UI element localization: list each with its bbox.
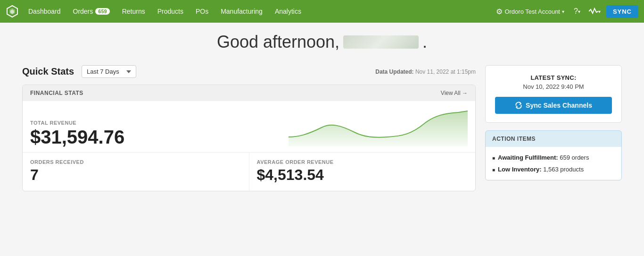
orders-received-value: 7	[30, 167, 241, 183]
revenue-section: TOTAL REVENUE $31,594.76	[23, 101, 475, 153]
main-content: Good afternoon, . Quick Stats Last 7 Day…	[11, 23, 633, 201]
latest-sync-label: LATEST SYNC:	[495, 74, 612, 81]
orders-badge: 659	[95, 8, 109, 15]
help-button[interactable]: ?▾	[571, 5, 583, 17]
sync-card: LATEST SYNC: Nov 10, 2022 9:40 PM Sync S…	[485, 65, 622, 123]
navbar: Dashboard Orders 659 Returns Products PO…	[0, 0, 644, 23]
nav-item-orders[interactable]: Orders 659	[67, 5, 116, 18]
sync-button[interactable]: SYNC	[606, 5, 638, 18]
main-panel: Quick Stats Last 7 Days Last 30 Days Las…	[22, 65, 476, 191]
date-range-select[interactable]: Last 7 Days Last 30 Days Last 90 Days	[82, 65, 136, 78]
nav-item-products[interactable]: Products	[152, 5, 189, 18]
nav-item-manufacturing[interactable]: Manufacturing	[215, 5, 268, 18]
revenue-chart	[289, 109, 468, 146]
quick-stats-header: Quick Stats Last 7 Days Last 30 Days Las…	[22, 65, 476, 78]
activity-button[interactable]: ▾	[586, 6, 603, 17]
view-all-link[interactable]: View All →	[441, 90, 468, 96]
total-revenue-label: TOTAL REVENUE	[30, 120, 289, 126]
action-items-list: ■ Awaiting Fulfillment: 659 orders ■ Low…	[486, 147, 621, 180]
bullet-icon: ■	[492, 167, 495, 172]
nav-item-returns[interactable]: Returns	[116, 5, 151, 18]
nav-item-dashboard[interactable]: Dashboard	[23, 5, 66, 18]
nav-item-analytics[interactable]: Analytics	[269, 5, 307, 18]
avg-order-revenue-label: AVERAGE ORDER REVENUE	[257, 159, 468, 165]
data-updated: Data Updated: Nov 11, 2022 at 1:15pm	[375, 68, 476, 75]
sync-channels-button[interactable]: Sync Sales Channels	[495, 97, 612, 114]
financial-section-title: FINANCIAL STATS	[30, 90, 83, 96]
action-item-inventory: ■ Low Inventory: 1,563 products	[492, 163, 615, 175]
total-revenue-value: $31,594.76	[30, 128, 289, 146]
quick-stats-title: Quick Stats	[22, 66, 74, 77]
side-panel: LATEST SYNC: Nov 10, 2022 9:40 PM Sync S…	[485, 65, 622, 180]
financial-card: FINANCIAL STATS View All → TOTAL REVENUE…	[22, 85, 476, 191]
nav-item-pos[interactable]: POs	[190, 5, 214, 18]
account-menu[interactable]: ⚙ Ordoro Test Account ▾	[492, 5, 568, 18]
bottom-stats: ORDERS RECEIVED 7 AVERAGE ORDER REVENUE …	[23, 153, 475, 191]
revenue-left: TOTAL REVENUE $31,594.76	[30, 120, 289, 146]
nav-items: Dashboard Orders 659 Returns Products PO…	[23, 5, 492, 18]
dashboard-layout: Quick Stats Last 7 Days Last 30 Days Las…	[22, 65, 622, 191]
orders-received-label: ORDERS RECEIVED	[30, 159, 241, 165]
orders-received-box: ORDERS RECEIVED 7	[23, 153, 249, 191]
financial-card-header: FINANCIAL STATS View All →	[23, 85, 475, 101]
greeting: Good afternoon, .	[22, 32, 622, 52]
greeting-name-redacted	[343, 35, 419, 49]
sync-icon	[515, 102, 522, 109]
bullet-icon: ■	[492, 155, 495, 161]
action-items-header: ACTION ITEMS	[486, 131, 621, 147]
action-item-fulfillment: ■ Awaiting Fulfillment: 659 orders	[492, 152, 615, 163]
action-items-card: ACTION ITEMS ■ Awaiting Fulfillment: 659…	[485, 130, 622, 180]
app-logo	[6, 5, 19, 18]
latest-sync-time: Nov 10, 2022 9:40 PM	[495, 83, 612, 90]
nav-right: ⚙ Ordoro Test Account ▾ ?▾ ▾ SYNC	[492, 5, 638, 18]
avg-order-revenue-value: $4,513.54	[257, 167, 468, 183]
avg-order-revenue-box: AVERAGE ORDER REVENUE $4,513.54	[249, 153, 476, 191]
